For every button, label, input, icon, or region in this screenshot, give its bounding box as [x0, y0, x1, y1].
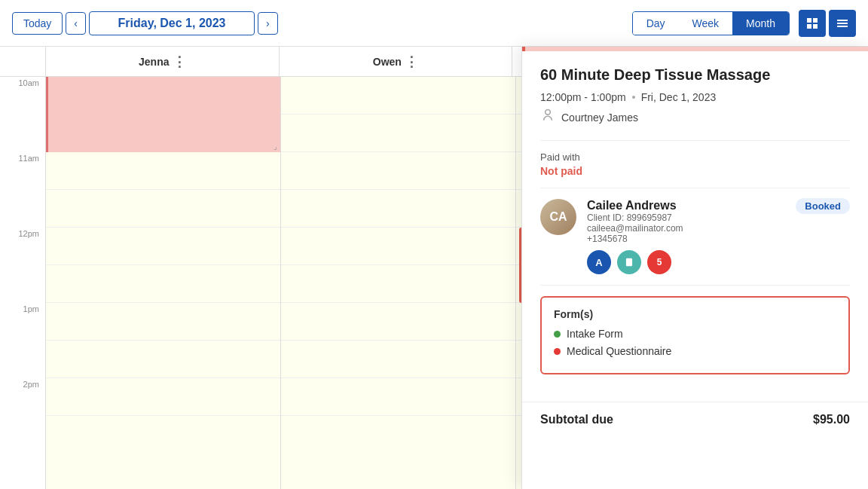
svg-rect-1 — [813, 18, 818, 23]
slot-jenna-1130[interactable] — [46, 190, 280, 228]
paid-label: Paid with — [540, 151, 850, 163]
list-view-button[interactable] — [829, 10, 856, 37]
client-name: Cailee Andrews — [587, 199, 785, 212]
staff-header-jenna: Jenna ⋮ — [45, 47, 279, 76]
client-profile-button[interactable]: A — [587, 250, 611, 274]
popup-title: 60 Minute Deep Tissue Massage — [540, 66, 850, 84]
slot-owen-130[interactable] — [281, 341, 515, 378]
staff-menu-owen[interactable]: ⋮ — [405, 53, 418, 70]
prev-button[interactable]: ‹ — [66, 12, 86, 35]
staff-name-jenna: Jenna — [139, 56, 169, 68]
tab-day[interactable]: Day — [633, 12, 679, 35]
time-label-2pm: 2pm — [0, 378, 45, 416]
time-label-empty2 — [0, 190, 45, 228]
staff-header-owen: Owen ⋮ — [279, 47, 512, 76]
client-id: Client ID: 899695987 — [587, 212, 785, 223]
slot-jenna-11am[interactable] — [46, 152, 280, 190]
today-button[interactable]: Today — [12, 12, 63, 35]
slot-owen-2pm[interactable] — [281, 378, 515, 416]
form-item-medical: Medical Questionnaire — [554, 345, 836, 357]
svg-rect-4 — [837, 20, 848, 21]
time-label-1pm: 1pm — [0, 303, 45, 341]
popup-content: 60 Minute Deep Tissue Massage 12:00pm - … — [522, 51, 868, 402]
popup-therapist-row: Courtney James — [540, 108, 850, 127]
popup-date: Fri, Dec 1, 2023 — [641, 91, 717, 103]
popup-datetime: 12:00pm - 1:00pm Fri, Dec 1, 2023 — [540, 91, 850, 103]
column-jenna: ⌟ — [45, 77, 280, 489]
svg-rect-3 — [813, 24, 818, 29]
tab-month[interactable]: Month — [732, 12, 789, 35]
tab-week[interactable]: Week — [679, 12, 733, 35]
staff-name-owen: Owen — [373, 56, 402, 68]
header-nav: Today ‹ Friday, Dec 1, 2023 › — [12, 11, 278, 35]
client-avatar: CA — [540, 199, 576, 235]
calendar-body: Jenna ⋮ Owen ⋮ Courtney ⋮ ▶anda ⋮ 10am 1… — [0, 47, 868, 489]
svg-rect-0 — [807, 18, 811, 23]
client-info: Cailee Andrews Client ID: 899695987 cail… — [587, 199, 785, 274]
time-gutter: 10am 11am 12pm 1pm 2pm — [0, 77, 45, 489]
resize-handle: ⌟ — [274, 142, 277, 151]
forms-section: Form(s) Intake Form Medical Questionnair… — [540, 296, 850, 374]
time-label-10am: 10am — [0, 77, 45, 115]
form-dot-red — [554, 348, 561, 355]
subtotal-label: Subtotal due — [540, 413, 613, 426]
form-label-medical: Medical Questionnaire — [567, 345, 671, 357]
divider-1 — [540, 140, 850, 141]
time-label-empty4 — [0, 341, 45, 378]
forms-title: Form(s) — [554, 308, 836, 320]
staff-menu-jenna[interactable]: ⋮ — [173, 53, 186, 70]
next-button[interactable]: › — [258, 12, 278, 35]
form-label-intake: Intake Form — [567, 328, 623, 340]
time-label-12pm: 12pm — [0, 228, 45, 265]
popup-therapist: Courtney James — [561, 112, 638, 124]
slot-jenna-1230[interactable] — [46, 265, 280, 303]
client-email: caileea@mailinator.com — [587, 223, 785, 234]
client-notes-button[interactable] — [617, 250, 641, 274]
svg-rect-5 — [837, 23, 848, 24]
slot-owen-1pm[interactable] — [281, 303, 515, 341]
column-owen — [280, 77, 515, 489]
client-actions: A 5 — [587, 250, 785, 274]
subtotal-row: Subtotal due $95.00 — [522, 402, 868, 437]
client-alerts-button[interactable]: 5 — [647, 250, 671, 274]
current-date-display: Friday, Dec 1, 2023 — [89, 11, 255, 35]
svg-rect-2 — [807, 24, 811, 29]
slot-owen-11am[interactable] — [281, 152, 515, 190]
time-label-empty1 — [0, 115, 45, 152]
popup-time: 12:00pm - 1:00pm — [540, 91, 626, 103]
view-controls: Day Week Month — [632, 10, 856, 37]
slot-jenna-2pm[interactable] — [46, 378, 280, 416]
dot-separator — [632, 96, 635, 99]
form-dot-green — [554, 331, 561, 338]
slot-jenna-12pm[interactable] — [46, 228, 280, 265]
time-label-11am: 11am — [0, 152, 45, 190]
slot-owen-1130[interactable] — [281, 190, 515, 228]
booked-badge: Booked — [796, 199, 850, 212]
slot-owen-12pm[interactable] — [281, 228, 515, 265]
appointment-popup: 60 Minute Deep Tissue Massage 12:00pm - … — [521, 47, 868, 489]
client-phone: +1345678 — [587, 234, 785, 244]
jenna-appointment-block[interactable]: ⌟ — [46, 77, 280, 152]
client-card: CA Cailee Andrews Client ID: 899695987 c… — [540, 199, 850, 274]
view-tab-group: Day Week Month — [632, 11, 790, 35]
divider-3 — [540, 285, 850, 286]
slot-jenna-1pm[interactable] — [46, 303, 280, 341]
divider-2 — [540, 188, 850, 188]
svg-rect-6 — [837, 26, 848, 27]
paid-section: Paid with Not paid — [540, 151, 850, 177]
paid-status: Not paid — [540, 165, 850, 177]
person-icon — [540, 108, 555, 127]
slot-owen-1230[interactable] — [281, 265, 515, 303]
slot-jenna-130[interactable] — [46, 341, 280, 378]
grid-view-button[interactable] — [799, 10, 826, 37]
subtotal-value: $95.00 — [813, 413, 850, 426]
time-label-empty3 — [0, 265, 45, 303]
slot-owen-10am[interactable] — [281, 77, 515, 115]
form-item-intake: Intake Form — [554, 328, 836, 340]
time-gutter-header — [0, 47, 45, 76]
slot-owen-1030[interactable] — [281, 115, 515, 152]
calendar-header: Today ‹ Friday, Dec 1, 2023 › Day Week M… — [0, 0, 868, 47]
svg-point-7 — [546, 110, 551, 115]
